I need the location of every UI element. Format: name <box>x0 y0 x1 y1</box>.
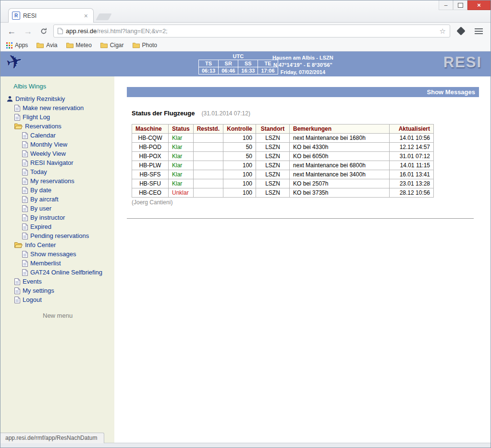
page-icon[interactable] <box>58 28 63 34</box>
sidebar-item-calendar[interactable]: Calendar <box>0 131 114 140</box>
sidebar-item-by-aircraft[interactable]: By aircraft <box>0 195 114 204</box>
sidebar-item-by-user[interactable]: By user <box>0 204 114 213</box>
sidebar-item-show-messages[interactable]: Show messages <box>0 249 114 259</box>
cell-status: Klar <box>169 170 194 179</box>
back-button[interactable]: ← <box>5 27 18 36</box>
maximize-button[interactable] <box>453 0 467 10</box>
column-header-maschine: Maschine <box>132 124 169 134</box>
sidebar-item-info-center[interactable]: Info Center <box>0 240 114 249</box>
page-icon <box>14 287 20 294</box>
page-icon <box>22 187 28 194</box>
sidebar-item-flight-log[interactable]: Flight Log <box>0 112 114 122</box>
maximize-icon <box>458 3 463 8</box>
bookmarks-apps[interactable]: Apps <box>6 42 28 49</box>
close-button[interactable]: × <box>467 0 491 10</box>
sidebar-item-make-new-reservation[interactable]: Make new reservation <box>0 103 114 112</box>
cell-kontrolle: 50 <box>223 152 256 161</box>
browser-status-bar: app.resi.de/rmf/app/ResNachDatum <box>0 433 104 443</box>
sidebar-item-my-reservations[interactable]: My reservations <box>0 176 114 186</box>
cell-kontrolle: 100 <box>223 179 256 188</box>
sidebar-item-label: Memberlist <box>30 260 61 267</box>
window-controls: – × <box>439 0 491 10</box>
extension-icon[interactable] <box>456 26 465 35</box>
cell-aktualisiert: 31.01 07:12 <box>390 152 434 161</box>
cell-aktualisiert: 16.01 13:41 <box>390 170 434 179</box>
page-icon <box>22 141 28 148</box>
page-icon <box>22 160 28 166</box>
url-text: app.resi.de/resi.html?lang=EN;&v=2; <box>66 27 168 35</box>
sidebar-item-reservations[interactable]: Reservations <box>0 122 114 131</box>
bookmark-folder-avia[interactable]: Avia <box>37 42 57 49</box>
browser-menu-icon[interactable] <box>472 26 486 36</box>
cell-standort: LSZN <box>256 161 290 170</box>
new-tab-button[interactable] <box>96 13 111 20</box>
page-icon <box>22 178 28 185</box>
sidebar-item-label: My reservations <box>30 177 74 185</box>
address-bar[interactable]: app.resi.de/resi.html?lang=EN;&v=2; ☆ <box>53 25 450 37</box>
sun-time-value: 16:33 <box>238 67 258 75</box>
sidebar-item-gat24-online-selfbriefing[interactable]: GAT24 Online Selfbriefing <box>0 268 114 277</box>
browser-window: R RESI × – × ← → app.resi.de/resi.html?l… <box>0 0 491 448</box>
sidebar-item-label: Logout <box>23 296 42 303</box>
bookmarks-apps-label: Apps <box>15 42 28 49</box>
sun-time-header: SR <box>219 60 238 67</box>
sidebar-item-resi-navigator[interactable]: RESI Navigator <box>0 158 114 167</box>
cell-reststd <box>193 161 223 170</box>
site-header: ✈ UTC TSSRSSTE 06:1306:4616:3317:06 Haus… <box>0 51 491 76</box>
sidebar-item-by-instructor[interactable]: By instructor <box>0 213 114 222</box>
browser-tab[interactable]: R RESI × <box>8 8 94 23</box>
sidebar-item-label: My settings <box>23 287 54 294</box>
sun-times-table: TSSRSSTE 06:1306:4616:3317:06 <box>198 60 278 75</box>
cell-kontrolle: 100 <box>223 188 256 198</box>
bookmark-folder-photo[interactable]: Photo <box>133 42 157 49</box>
sidebar-item-monthly-view[interactable]: Monthly View <box>0 140 114 149</box>
sidebar-item-logout[interactable]: Logout <box>0 295 114 304</box>
author-note: (Joerg Cantieni) <box>132 199 479 206</box>
reload-button[interactable] <box>38 27 49 35</box>
sidebar-item-dmitriy-reznitskiy[interactable]: Dmitriy Reznitskiy <box>0 94 114 103</box>
folder-icon <box>100 42 108 48</box>
bookmark-folder-meteo[interactable]: Meteo <box>66 42 92 49</box>
sidebar-item-today[interactable]: Today <box>0 167 114 176</box>
cell-reststd <box>193 188 223 198</box>
cell-standort: LSZN <box>256 188 290 198</box>
tab-close-icon[interactable]: × <box>82 12 90 20</box>
sidebar-item-label: Today <box>30 168 47 175</box>
aircraft-status-table: MaschineStatusReststd.KontrolleStandortB… <box>132 124 434 198</box>
sidebar-item-weekly-view[interactable]: Weekly View <box>0 149 114 158</box>
user-icon <box>7 96 13 102</box>
bookmark-star-icon[interactable]: ☆ <box>440 27 446 36</box>
url-domain: app.resi.de <box>66 27 97 35</box>
cell-bemerkungen: KO bei 2507h <box>290 179 390 188</box>
cell-maschine: HB-CQW <box>132 134 169 143</box>
minimize-button[interactable]: – <box>439 0 453 10</box>
url-path: /resi.html?lang=EN;&v=2; <box>97 27 167 35</box>
sidebar-item-expired[interactable]: Expired <box>0 222 114 231</box>
cell-maschine: HB-SFU <box>132 179 169 188</box>
sidebar-item-my-settings[interactable]: My settings <box>0 286 114 295</box>
sidebar-item-memberlist[interactable]: Memberlist <box>0 259 114 268</box>
section-head: Status der Flugzeuge (31.01.2014 07:12) <box>132 110 479 117</box>
bookmark-folder-cigar[interactable]: Cigar <box>100 42 124 49</box>
sun-time-header: TS <box>199 60 219 67</box>
sidebar-item-label: Reservations <box>25 123 61 130</box>
sidebar-item-label: Dmitriy Reznitskiy <box>15 95 65 102</box>
forward-button[interactable]: → <box>22 27 34 36</box>
page-icon <box>14 278 20 285</box>
new-menu-link[interactable]: New menu <box>0 312 114 319</box>
column-header-reststd: Reststd. <box>193 124 223 134</box>
tab-favicon-icon: R <box>12 12 20 20</box>
cell-standort: LSZN <box>256 179 290 188</box>
sidebar-item-label: Show messages <box>30 250 76 258</box>
sidebar-item-events[interactable]: Events <box>0 277 114 286</box>
cell-bemerkungen: next Maintenance bei 6800h <box>290 161 390 170</box>
location-block: Hausen am Albis - LSZN N 47°14'19" - E 8… <box>272 54 333 76</box>
sidebar-item-by-date[interactable]: By date <box>0 186 114 195</box>
sun-times-header-row: TSSRSSTE <box>199 60 278 67</box>
sidebar-item-label: Weekly View <box>30 150 66 157</box>
status-table-body: HB-CQWKlar100LSZNnext Maintenance bei 16… <box>132 134 434 198</box>
sidebar-item-label: GAT24 Online Selfbriefing <box>30 269 102 276</box>
cell-standort: LSZN <box>256 170 290 179</box>
bookmark-label: Cigar <box>110 42 124 49</box>
sidebar-item-pending-reservations[interactable]: Pending reservations <box>0 231 114 240</box>
